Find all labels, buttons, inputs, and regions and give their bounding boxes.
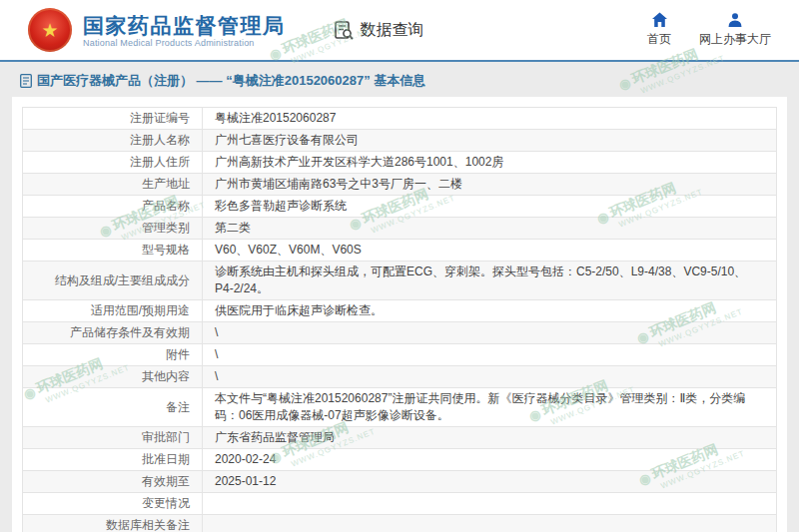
page-title-text: 国产医疗器械产品（注册） —— “粤械注准20152060287” 基本信息 [37,72,425,90]
table-row: 变更情况 [23,493,777,515]
row-value: 广东省药品监督管理局 [203,427,777,449]
row-label: 注册人名称 [23,130,203,152]
row-value [203,493,777,515]
table-row: 注册人住所广州高新技术产业开发区科学大道286号1001、1002房 [23,152,777,174]
table-row: 附件\ [23,344,777,366]
table-row: 审批部门广东省药品监督管理局 [23,427,777,449]
row-value: 广州市黄埔区埔南路63号之中3号厂房一、二楼 [203,174,777,196]
agency-title-block: 国家药品监督管理局 National Medical Products Admi… [83,13,286,48]
row-value: 本文件与“粤械注准20152060287”注册证共同使用。新《医疗器械分类目录》… [203,388,777,427]
table-row: 注册证编号粤械注准20152060287 [23,108,777,130]
agency-name-zh: 国家药品监督管理局 [83,13,286,38]
row-value: 供医院用于临床超声诊断检查。 [203,300,777,322]
row-label: 适用范围/预期用途 [23,300,203,322]
info-table: 注册证编号粤械注准20152060287注册人名称广州七喜医疗设备有限公司注册人… [22,107,777,532]
table-row: 结构及组成/主要组成成分诊断系统由主机和探头组成，可配置ECG、穿刺架。探头型号… [23,262,777,300]
agency-name-en: National Medical Products Administration [83,38,286,48]
data-query-label: 数据查询 [361,20,424,41]
row-label: 型号规格 [23,240,203,262]
table-row: 注册人名称广州七喜医疗设备有限公司 [23,130,777,152]
nav-item-label: 首页 [647,31,671,48]
row-label: 生产地址 [23,174,203,196]
national-emblem-icon: ★ [28,8,72,52]
row-value: \ [203,344,777,366]
row-value: 粤械注准20152060287 [203,108,777,130]
row-label: 注册证编号 [23,108,203,130]
table-row: 批准日期2020-02-24 [23,449,777,471]
row-label: 产品储存条件及有效期 [23,322,203,344]
table-row: 备注本文件与“粤械注准20152060287”注册证共同使用。新《医疗器械分类目… [23,388,777,427]
doc-search-icon [334,20,355,41]
page-title: 国产医疗器械产品（注册） —— “粤械注准20152060287” 基本信息 [0,62,799,97]
content-area: 国产医疗器械产品（注册） —— “粤械注准20152060287” 基本信息 注… [0,62,799,532]
row-label: 备注 [23,388,203,427]
table-row: 生产地址广州市黄埔区埔南路63号之中3号厂房一、二楼 [23,174,777,196]
table-row: 有效期至2025-01-12 [23,471,777,493]
table-row: 型号规格V60、V60Z、V60M、V60S [23,240,777,262]
row-value [203,515,777,532]
table-row: 产品储存条件及有效期\ [23,322,777,344]
row-value: 2020-02-24 [203,449,777,471]
row-label: 注册人住所 [23,152,203,174]
row-label: 结构及组成/主要组成成分 [23,262,203,300]
row-value: 第二类 [203,218,777,240]
home-icon [651,12,668,28]
nav-item-home[interactable]: 首页 [647,12,671,48]
row-value: \ [203,322,777,344]
table-row: 适用范围/预期用途供医院用于临床超声诊断检查。 [23,300,777,322]
row-label: 管理类别 [23,218,203,240]
row-label: 审批部门 [23,427,203,449]
row-value: V60、V60Z、V60M、V60S [203,240,777,262]
row-label: 附件 [23,344,203,366]
row-label: 变更情况 [23,493,203,515]
row-label: 数据库相关备注 [23,515,203,532]
header: ★ 国家药品监督管理局 National Medical Products Ad… [0,0,799,60]
row-value: 广州七喜医疗设备有限公司 [203,130,777,152]
row-value: 2025-01-12 [203,471,777,493]
table-row: 管理类别第二类 [23,218,777,240]
row-label: 有效期至 [23,471,203,493]
row-value: \ [203,366,777,388]
info-panel: 注册证编号粤械注准20152060287注册人名称广州七喜医疗设备有限公司注册人… [12,97,787,532]
row-label: 产品名称 [23,196,203,218]
header-nav: 首页 网上办事大厅 [647,12,785,48]
row-value: 诊断系统由主机和探头组成，可配置ECG、穿刺架。探头型号包括：C5-2/50、L… [203,262,777,300]
row-value: 广州高新技术产业开发区科学大道286号1001、1002房 [203,152,777,174]
table-row: 其他内容\ [23,366,777,388]
row-label: 其他内容 [23,366,203,388]
document-icon [20,74,32,88]
nav-item-label: 网上办事大厅 [699,31,771,48]
row-value: 彩色多普勒超声诊断系统 [203,196,777,218]
row-label: 批准日期 [23,449,203,471]
data-query-button[interactable]: 数据查询 [334,20,424,41]
table-row: 数据库相关备注 [23,515,777,532]
nav-item-service-hall[interactable]: 网上办事大厅 [699,12,771,48]
table-row: 产品名称彩色多普勒超声诊断系统 [23,196,777,218]
user-icon [727,12,743,28]
